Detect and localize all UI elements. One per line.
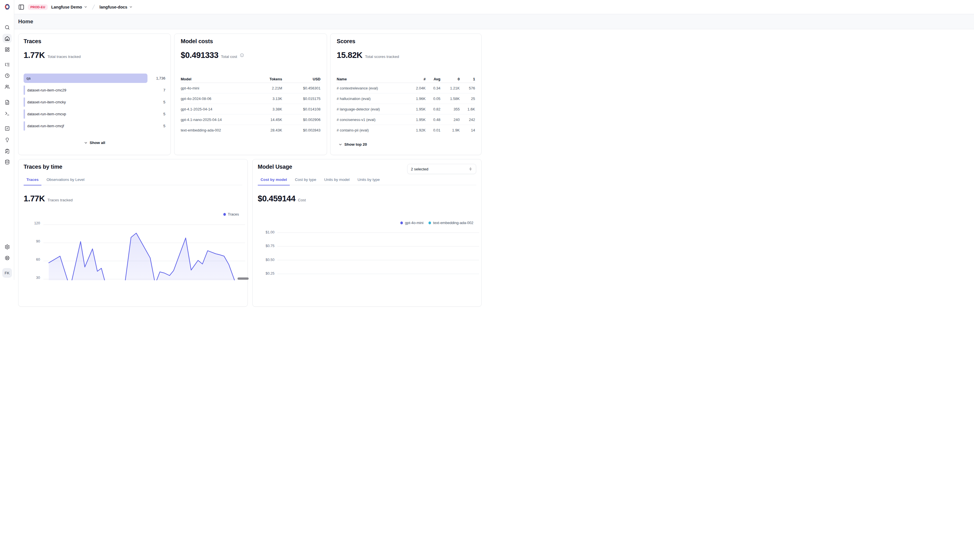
home-icon [5,36,10,41]
y-tick: 30 [28,276,40,280]
sidebar-item-sessions[interactable] [3,71,12,80]
trace-bar [23,121,25,131]
traces-tracked-total: 1.77K [23,194,45,203]
dashboard-grid-icon [5,47,10,52]
traces-card: Traces 1.77K Total traces tracked qa 1,7… [18,33,171,155]
model-costs-title: Model costs [181,38,213,45]
traces-total: 1.77K [23,50,45,60]
tab-units-by-type[interactable]: Units by type [354,177,383,185]
trace-bar-row: dataset-run-item-cmcjf 5 [23,121,165,131]
trace-bar-label: dataset-run-item-cmcky [27,97,66,107]
table-row: # language-detector (eval)1.95K0.823551.… [337,104,475,115]
sidebar-item-support[interactable] [3,253,12,262]
model-usage-title: Model Usage [258,163,292,170]
trace-bar-value: 5 [164,109,165,119]
table-row: # contains-pii (eval)1.92K0.011.9K14 [337,125,475,135]
model-usage-card: Model Usage 2 selected Cost by model Cos… [252,159,481,280]
chevron-down-icon [84,5,87,9]
sidebar-item-tracing[interactable] [3,60,12,69]
table-row: gpt-4o-2024-08-063.13K$0.015175 [181,93,321,104]
prompts-file-icon [5,100,10,105]
model-costs-total: $0.491333 [181,50,219,60]
sidebar-item-users[interactable] [3,82,12,91]
traces-tracked-subtitle: Traces tracked [47,198,73,202]
trace-bar [23,97,25,107]
chart-legend: gpt-4o-mini text-embedding-ada-002 [400,221,473,225]
table-header: Name # Avg 0 1 [337,75,475,83]
y-tick: $1.00 [262,230,274,234]
model-costs-subtitle: Total cost [221,55,237,59]
table-row: # contextrelevance (eval)2.04K0.341.21K5… [337,83,475,93]
trace-bar-value: 5 [164,121,165,131]
users-icon [5,84,10,90]
topbar: PROD-EU Langfuse Demo langfuse-docs [14,0,487,14]
trace-tree-icon [5,62,10,67]
sidebar-item-playground[interactable] [3,109,12,118]
model-costs-table: Model Tokens USD gpt-4o-mini2.21M$0.4563… [181,75,321,135]
traces-area-chart [43,223,245,280]
scores-table: Name # Avg 0 1 # contextrelevance (eval)… [337,75,475,135]
evaluator-percent-icon [5,126,10,131]
avatar[interactable]: FK [2,268,12,278]
sidebar-item-dashboards[interactable] [3,45,12,54]
show-top-20-button[interactable]: Show top 20 [338,142,367,147]
tab-cost-by-model[interactable]: Cost by model [258,177,290,185]
chevron-down-icon [84,141,88,145]
info-icon[interactable] [240,53,244,57]
tab-units-by-model[interactable]: Units by model [321,177,353,185]
traces-card-title: Traces [23,38,41,45]
model-select[interactable]: 2 selected [407,164,476,174]
y-tick: $0.25 [262,272,274,275]
table-row: gpt-4o-mini2.21M$0.456301 [181,83,321,93]
trace-bar-label: dataset-run-item-cmcvp [27,109,66,119]
legend-item-gpt-4o-mini: gpt-4o-mini [400,221,423,225]
traces-by-time-title: Traces by time [23,163,62,170]
insights-lightbulb-icon [5,137,10,143]
project-name: langfuse-docs [99,5,127,9]
env-badge: PROD-EU [28,4,48,10]
table-row: # hallucination (eval)1.96K0.051.58K25 [337,93,475,104]
table-row: text-embedding-ada-00228.43K$0.002843 [181,125,321,135]
sidebar-item-prompts[interactable] [3,98,12,107]
show-all-button[interactable]: Show all [18,140,170,145]
model-select-value: 2 selected [411,167,428,171]
table-header: Model Tokens USD [181,75,321,83]
scores-total: 15.82K [337,50,363,60]
page-title: Home [18,18,33,25]
usage-cost-total: $0.459144 [258,194,296,203]
playground-terminal-icon [5,111,10,116]
project-switcher[interactable]: langfuse-docs [99,5,133,9]
langfuse-logo [3,3,11,11]
page-header-strip: Home [14,14,487,29]
usage-cost-subtitle: Cost [298,198,306,202]
traces-by-time-card: Traces by time Traces Observations by Le… [18,159,248,280]
panel-toggle-icon[interactable] [18,4,24,10]
org-switcher[interactable]: Langfuse Demo [51,5,87,9]
support-lifebuoy-icon [5,255,10,261]
legend-dot [400,222,403,224]
table-row: gpt-4.1-nano-2025-04-1414.45K$0.002906 [181,115,321,125]
usage-line-chart [277,230,479,280]
datasets-database-icon [5,159,10,165]
sidebar-item-evaluators[interactable] [3,124,12,133]
tab-traces[interactable]: Traces [23,177,42,185]
table-row: # conciseness-v1 (eval)1.95K0.48240242 [337,115,475,125]
sidebar-item-search[interactable] [3,23,12,32]
sidebar-item-annotation[interactable] [3,147,12,156]
trace-bar [23,85,25,95]
chart-legend: Traces [223,212,239,217]
chevrons-up-down-icon [469,167,473,171]
annotation-clipboard-icon [5,148,10,154]
scores-title: Scores [337,38,356,45]
sidebar-item-datasets[interactable] [3,157,12,167]
y-tick: 60 [28,258,40,262]
sidebar-item-settings[interactable] [3,242,12,251]
trace-bar-row: qa 1,736 [23,73,165,83]
sidebar-item-insights[interactable] [3,135,12,144]
trace-bar [23,73,147,83]
tab-observations-by-level[interactable]: Observations by Level [44,177,87,185]
horizontal-scrollbar-thumb[interactable] [237,277,249,280]
scores-subtitle: Total scores tracked [365,55,399,59]
tab-cost-by-type[interactable]: Cost by type [292,177,319,185]
sidebar-item-home[interactable] [3,34,12,43]
